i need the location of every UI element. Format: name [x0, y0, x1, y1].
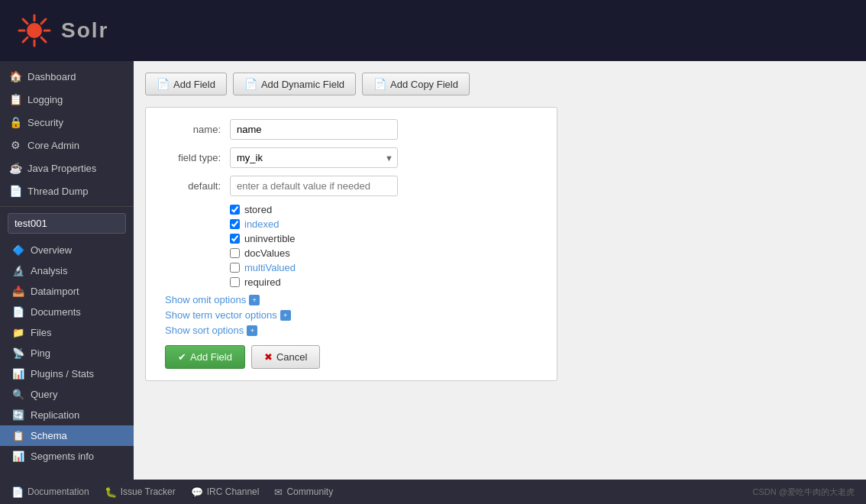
show-term-vector-options[interactable]: Show term vector options +: [165, 309, 541, 321]
svg-line-7: [41, 19, 46, 24]
sidebar-item-label: Core Admin: [27, 140, 79, 151]
sidebar-item-segments-info[interactable]: 📊 Segments info: [0, 446, 134, 467]
add-dynamic-field-icon: 📄: [244, 78, 257, 90]
name-input[interactable]: [230, 119, 398, 140]
ping-icon: 📡: [12, 347, 24, 359]
sidebar-item-overview[interactable]: 🔷 Overview: [0, 240, 134, 260]
analysis-icon: 🔬: [12, 265, 24, 276]
sidebar-item-ping[interactable]: 📡 Ping: [0, 343, 134, 363]
java-properties-icon: ☕: [9, 162, 21, 174]
sidebar-item-replication[interactable]: 🔄 Replication: [0, 405, 134, 425]
indexed-checkbox[interactable]: [230, 219, 240, 229]
documents-icon: 📄: [12, 306, 24, 318]
header: Solr: [0, 0, 866, 61]
cancel-icon: ✖: [264, 351, 273, 363]
sidebar-item-security[interactable]: 🔒 Security: [0, 111, 134, 134]
uninvertible-checkbox[interactable]: [230, 234, 240, 244]
footer-community-label: Community: [286, 486, 333, 497]
term-vector-expand-icon: +: [280, 310, 291, 321]
multivalued-checkbox-row: multiValued: [230, 262, 541, 273]
sidebar-item-thread-dump[interactable]: 📄 Thread Dump: [0, 179, 134, 202]
sidebar-item-label: Segments info: [31, 451, 94, 462]
sidebar-item-label: Plugins / Stats: [31, 368, 94, 380]
default-input[interactable]: [230, 176, 398, 196]
sidebar-item-core-admin[interactable]: ⚙ Core Admin: [0, 134, 134, 157]
sidebar-item-files[interactable]: 📁 Files: [0, 322, 134, 343]
logo-text: Solr: [61, 18, 108, 43]
sidebar-item-label: Ping: [31, 347, 50, 359]
sidebar: 🏠 Dashboard 📋 Logging 🔒 Security ⚙ Core …: [0, 61, 134, 480]
footer: 📄 Documentation 🐛 Issue Tracker 💬 IRC Ch…: [0, 480, 866, 504]
add-field-submit-button[interactable]: ✔ Add Field: [165, 345, 245, 369]
segments-icon: 📊: [12, 451, 24, 462]
svg-line-6: [41, 37, 46, 42]
uninvertible-checkbox-row: uninvertible: [230, 233, 541, 244]
sidebar-item-dashboard[interactable]: 🏠 Dashboard: [0, 65, 134, 88]
checkboxes-section: stored indexed uninvertible docValues mu…: [230, 204, 541, 288]
sidebar-item-label: Files: [31, 327, 51, 338]
sidebar-item-documents[interactable]: 📄 Documents: [0, 302, 134, 322]
overview-icon: 🔷: [12, 244, 24, 256]
cancel-button-label: Cancel: [276, 351, 307, 363]
community-icon: ✉: [274, 486, 283, 498]
files-icon: 📁: [12, 327, 24, 338]
logo: Solr: [15, 11, 108, 50]
main-layout: 🏠 Dashboard 📋 Logging 🔒 Security ⚙ Core …: [0, 61, 866, 480]
sidebar-item-query[interactable]: 🔍 Query: [0, 384, 134, 405]
sidebar-item-plugins-stats[interactable]: 📊 Plugins / Stats: [0, 363, 134, 384]
plugins-icon: 📊: [12, 368, 24, 380]
issue-tracker-icon: 🐛: [105, 486, 117, 498]
collection-select[interactable]: test001 test002: [8, 213, 126, 234]
query-icon: 🔍: [12, 389, 24, 400]
sidebar-item-label: Documents: [31, 306, 81, 318]
stored-checkbox[interactable]: [230, 205, 240, 215]
add-copy-field-label: Add Copy Field: [390, 79, 458, 90]
field-type-select[interactable]: my_ik string text_general int long float…: [230, 147, 398, 168]
add-field-icon: 📄: [157, 78, 170, 90]
irc-channel-icon: 💬: [191, 486, 203, 498]
sidebar-item-label: Dataimport: [31, 286, 79, 297]
schema-icon: 📋: [12, 430, 24, 441]
show-term-vector-label: Show term vector options: [165, 309, 277, 321]
add-dynamic-field-button[interactable]: 📄 Add Dynamic Field: [233, 73, 356, 95]
sidebar-item-label: Thread Dump: [27, 186, 88, 197]
collection-selector[interactable]: test001 test002: [8, 213, 126, 234]
footer-credit: CSDN @爱吃牛肉的大老虎: [753, 486, 855, 498]
dashboard-icon: 🏠: [9, 70, 21, 82]
sidebar-item-dataimport[interactable]: 📥 Dataimport: [0, 281, 134, 302]
uninvertible-label: uninvertible: [244, 233, 296, 244]
cancel-button[interactable]: ✖ Cancel: [251, 345, 320, 369]
docvalues-checkbox[interactable]: [230, 248, 240, 258]
name-row: name:: [161, 119, 541, 140]
solr-logo-icon: [15, 11, 53, 50]
sidebar-item-logging[interactable]: 📋 Logging: [0, 88, 134, 111]
action-buttons: ✔ Add Field ✖ Cancel: [165, 345, 541, 369]
footer-issue-tracker-label: Issue Tracker: [121, 486, 176, 497]
omit-expand-icon: +: [249, 295, 260, 305]
required-checkbox[interactable]: [230, 277, 240, 287]
footer-community-link[interactable]: ✉ Community: [274, 486, 333, 498]
required-label: required: [244, 276, 281, 288]
logging-icon: 📋: [9, 93, 21, 105]
name-label: name:: [161, 124, 230, 135]
add-copy-field-button[interactable]: 📄 Add Copy Field: [362, 73, 470, 95]
multivalued-checkbox[interactable]: [230, 263, 240, 273]
footer-documentation-link[interactable]: 📄 Documentation: [11, 486, 89, 498]
footer-irc-channel-link[interactable]: 💬 IRC Channel: [191, 486, 260, 498]
field-type-label: field type:: [161, 152, 230, 163]
sidebar-item-analysis[interactable]: 🔬 Analysis: [0, 260, 134, 281]
add-field-button[interactable]: 📄 Add Field: [145, 73, 227, 95]
sidebar-item-label: Replication: [31, 409, 79, 421]
documentation-icon: 📄: [11, 486, 24, 498]
replication-icon: 🔄: [12, 409, 24, 421]
docvalues-checkbox-row: docValues: [230, 247, 541, 259]
footer-issue-tracker-link[interactable]: 🐛 Issue Tracker: [105, 486, 176, 498]
show-sort-options[interactable]: Show sort options +: [165, 325, 541, 336]
sidebar-item-java-properties[interactable]: ☕ Java Properties: [0, 157, 134, 179]
svg-line-8: [23, 37, 27, 42]
show-omit-options[interactable]: Show omit options +: [165, 294, 541, 305]
sidebar-item-schema[interactable]: 📋 Schema: [0, 425, 134, 446]
dataimport-icon: 📥: [12, 286, 24, 297]
core-admin-icon: ⚙: [9, 139, 21, 151]
show-omit-label: Show omit options: [165, 294, 246, 305]
